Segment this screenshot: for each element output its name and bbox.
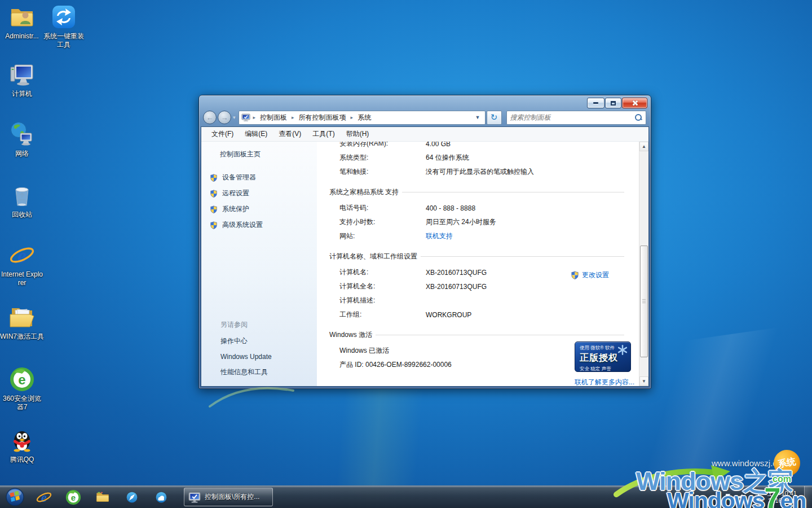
computer-name-section: 计算机名称、域和工作组设置 计算机名: XB-20160713QUFG 计算机全… bbox=[329, 252, 639, 322]
address-dropdown-icon[interactable]: ▼ bbox=[473, 115, 483, 120]
cn-row-full-name: 计算机全名: XB-20160713QUFG bbox=[339, 279, 639, 294]
swap-arrows-app-icon bbox=[50, 3, 77, 30]
sidebar-item-action-center[interactable]: 操作中心 bbox=[220, 336, 317, 346]
sidebar-item-system-protection[interactable]: 系统保护 bbox=[210, 204, 317, 214]
navigation-bar: ← → ▾ ▸ 控制面板 ▸ 所有控制面板项 ▸ 系统 ▼ ↻ bbox=[199, 108, 651, 127]
minimize-button[interactable] bbox=[587, 98, 604, 108]
desktop-icon-label: Internet Explorer bbox=[0, 270, 44, 287]
desktop-icon-internet-explorer[interactable]: Internet Explorer bbox=[0, 242, 44, 287]
desktop-icon-recycle-bin[interactable]: 回收站 bbox=[0, 182, 44, 219]
desktop-icon-label: 360安全浏览器7 bbox=[0, 395, 44, 411]
desktop-icon-tencent-qq[interactable]: 腾讯QQ bbox=[0, 427, 44, 464]
sidebar-item-label: 系统保护 bbox=[222, 204, 249, 214]
change-settings-link[interactable]: 更改设置 bbox=[571, 270, 609, 280]
taskbar-ie-button[interactable] bbox=[29, 486, 59, 508]
system-page-icon bbox=[188, 491, 201, 503]
search-icon[interactable] bbox=[634, 113, 642, 121]
uac-shield-icon bbox=[571, 271, 579, 279]
breadcrumb-system[interactable]: 系统 bbox=[356, 112, 373, 123]
row-label: 电话号码: bbox=[339, 203, 426, 213]
sidebar-item-windows-update[interactable]: Windows Update bbox=[220, 353, 317, 361]
sidebar-item-performance-tools[interactable]: 性能信息和工具 bbox=[220, 367, 317, 377]
clock-time: 上午 10:41 bbox=[767, 490, 797, 497]
show-hidden-icons-arrow[interactable] bbox=[714, 496, 719, 498]
recent-pages-chevron[interactable]: ▾ bbox=[233, 115, 236, 120]
minimize-icon bbox=[593, 102, 598, 104]
recycle-bin-icon bbox=[8, 182, 36, 209]
360-browser-icon bbox=[65, 489, 82, 506]
maximize-button[interactable] bbox=[605, 98, 621, 108]
computer-icon bbox=[8, 61, 36, 88]
sidebar-item-label: 设备管理器 bbox=[222, 173, 256, 182]
search-input[interactable] bbox=[510, 113, 634, 121]
back-button[interactable]: ← bbox=[203, 111, 217, 124]
search-box[interactable] bbox=[506, 111, 646, 125]
desktop-icon-win7-activation-tool[interactable]: WIN7激活工具 bbox=[0, 304, 44, 341]
desktop-icon-360-browser[interactable]: 360安全浏览器7 bbox=[0, 366, 44, 411]
window-titlebar[interactable] bbox=[199, 95, 651, 108]
desktop-icon-computer[interactable]: 计算机 bbox=[0, 61, 44, 98]
breadcrumb-separator: ▸ bbox=[350, 115, 355, 120]
desktop-icon-system-reinstall-tool[interactable]: 系统一键重装工具 bbox=[42, 3, 86, 49]
breadcrumb-control-panel[interactable]: 控制面板 bbox=[258, 112, 289, 123]
window-client-area: 文件(F) 编辑(E) 查看(V) 工具(T) 帮助(H) 控制面板主页 设备管… bbox=[201, 127, 648, 386]
compass-browser-icon bbox=[123, 489, 140, 506]
taskbar-explorer-button[interactable] bbox=[88, 486, 117, 508]
start-button[interactable] bbox=[0, 486, 29, 508]
volume-icon[interactable] bbox=[738, 493, 746, 501]
section-header-support: 系统之家精品系统 支持 bbox=[329, 187, 624, 197]
row-label: 支持小时数: bbox=[339, 217, 426, 227]
breadcrumb-separator: ▸ bbox=[290, 115, 295, 120]
sidebar-item-control-panel-home[interactable]: 控制面板主页 bbox=[220, 150, 317, 159]
watermark-url: www.windowszj.com bbox=[712, 458, 789, 468]
badge-line3: 安全 稳定 声誉 bbox=[580, 366, 626, 372]
menu-view[interactable]: 查看(V) bbox=[273, 128, 307, 141]
product-id: 产品 ID: 00426-OEM-8992662-00006 bbox=[339, 360, 452, 370]
sidebar-item-device-manager[interactable]: 设备管理器 bbox=[210, 173, 317, 182]
section-rule bbox=[376, 335, 624, 335]
section-header-activation: Windows 激活 bbox=[329, 330, 624, 340]
menu-help[interactable]: 帮助(H) bbox=[341, 128, 375, 141]
online-support-link[interactable]: 联机支持 bbox=[426, 231, 453, 241]
scroll-down-arrow[interactable]: ▼ bbox=[639, 376, 648, 386]
desktop-icon-label: 计算机 bbox=[0, 90, 44, 98]
uac-shield-icon bbox=[210, 205, 218, 213]
menu-edit[interactable]: 编辑(E) bbox=[239, 128, 273, 141]
change-settings-label[interactable]: 更改设置 bbox=[582, 270, 609, 280]
taskbar-360-browser-button[interactable] bbox=[59, 486, 88, 508]
learn-more-online-link[interactable]: 联机了解更多内容... bbox=[575, 378, 634, 386]
menu-bar: 文件(F) 编辑(E) 查看(V) 工具(T) 帮助(H) bbox=[201, 127, 648, 142]
taskbar-active-window-control-panel[interactable]: 控制面板\所有控... bbox=[184, 488, 273, 506]
refresh-button[interactable]: ↻ bbox=[487, 111, 502, 125]
open-folder-icon bbox=[8, 304, 36, 331]
show-desktop-button[interactable] bbox=[804, 486, 812, 508]
taskbar-compass-browser-button[interactable] bbox=[117, 486, 147, 508]
taskbar-clock[interactable]: 上午 10:41 2016/7/13 bbox=[765, 490, 799, 505]
vertical-scrollbar[interactable]: ▲ ▼ bbox=[639, 142, 648, 386]
network-icon[interactable] bbox=[751, 493, 760, 501]
address-bar[interactable]: ▸ 控制面板 ▸ 所有控制面板项 ▸ 系统 ▼ bbox=[239, 111, 486, 125]
taskbar-cloud-app-button[interactable] bbox=[147, 486, 176, 508]
cn-row-workgroup: 工作组: WORKGROUP bbox=[339, 308, 639, 322]
menu-tools[interactable]: 工具(T) bbox=[307, 128, 340, 141]
desktop-icon-label: 网络 bbox=[0, 150, 44, 158]
sidebar-item-remote-settings[interactable]: 远程设置 bbox=[210, 189, 317, 198]
scrollbar-thumb[interactable] bbox=[640, 246, 648, 357]
breadcrumb-separator: ▸ bbox=[252, 115, 257, 120]
sidebar-item-advanced-system-settings[interactable]: 高级系统设置 bbox=[210, 220, 317, 230]
row-label: 工作组: bbox=[339, 310, 426, 319]
sidebar: 控制面板主页 设备管理器 远程设置 系统保护 高级系统设置 bbox=[201, 142, 317, 386]
row-value: WORKGROUP bbox=[426, 311, 471, 319]
forward-button[interactable]: → bbox=[218, 111, 231, 124]
scroll-up-arrow[interactable]: ▲ bbox=[639, 142, 648, 151]
section-header-computer-name: 计算机名称、域和工作组设置 bbox=[329, 252, 624, 261]
desktop-icon-administrator[interactable]: Administr... bbox=[0, 3, 44, 41]
row-label: 网站: bbox=[339, 231, 426, 241]
breadcrumb-all-items[interactable]: 所有控制面板项 bbox=[297, 112, 348, 123]
windows-start-orb-icon bbox=[5, 487, 25, 507]
menu-file[interactable]: 文件(F) bbox=[206, 128, 239, 141]
desktop-icon-network[interactable]: 网络 bbox=[0, 121, 44, 158]
action-center-flag-icon[interactable] bbox=[724, 493, 732, 501]
system-control-panel-window: ← → ▾ ▸ 控制面板 ▸ 所有控制面板项 ▸ 系统 ▼ ↻ 文件(F) 编辑… bbox=[198, 95, 651, 389]
close-button[interactable] bbox=[622, 98, 647, 108]
